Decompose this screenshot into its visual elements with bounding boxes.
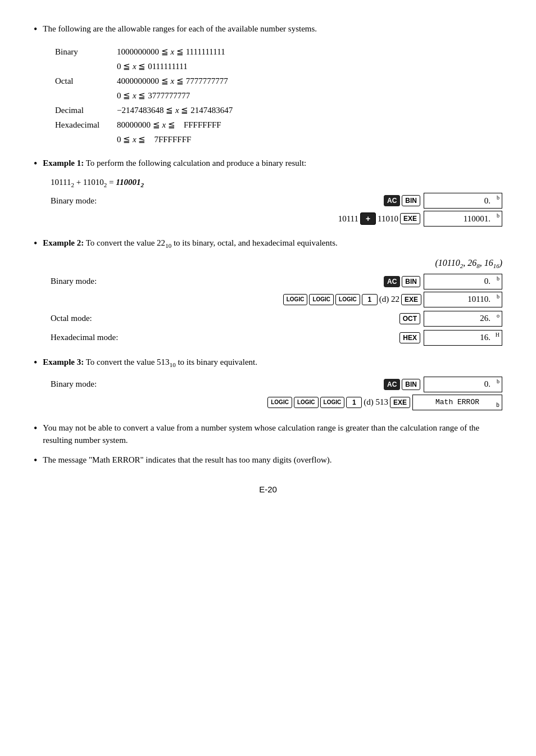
exe-key-3[interactable]: EXE bbox=[390, 397, 410, 408]
hex-key[interactable]: HEX bbox=[399, 332, 420, 343]
mode-indicator-1a: b bbox=[497, 194, 499, 201]
sub-2b: 2 bbox=[104, 182, 107, 188]
bullet-dot-1: • bbox=[34, 22, 37, 37]
bin-key-2[interactable]: BIN bbox=[402, 276, 420, 287]
example1-formula: 101112 + 110102 = 1100012 bbox=[51, 178, 502, 188]
example2-binary-row1: Binary mode: AC BIN 0. b bbox=[34, 274, 502, 289]
table-row: Hexadecimal 80000000 ≦ x ≦ FFFFFFFF bbox=[51, 117, 237, 132]
sub-8a: 8 bbox=[476, 262, 480, 269]
system-octal: Octal bbox=[51, 74, 112, 88]
bullet-dot-6: • bbox=[34, 454, 37, 468]
ac-key-2[interactable]: AC bbox=[384, 276, 400, 287]
octal-range: 4000000000 ≦ x ≦ 7777777777 bbox=[112, 74, 237, 88]
input-d513: (d) 513 bbox=[364, 397, 388, 407]
mode-indicator-2d: H bbox=[496, 332, 499, 338]
logic-key-3[interactable]: LOGIC bbox=[335, 294, 360, 305]
bin-key-3[interactable]: BIN bbox=[402, 379, 420, 390]
formula-result: 1100012 bbox=[116, 178, 144, 187]
display-value-2c: 26. bbox=[480, 314, 497, 323]
example2-hex-label: Hexadecimal mode: bbox=[51, 333, 118, 342]
table-row: 0 ≦ x ≦ 3777777777 bbox=[51, 88, 237, 103]
input-d22: (d) 22 bbox=[379, 295, 399, 304]
table-row: 0 ≦ x ≦ 7FFFFFFF bbox=[51, 132, 237, 147]
table-row: Binary 1000000000 ≦ x ≦ 1111111111 bbox=[51, 44, 237, 59]
bullet-dot-3: • bbox=[34, 237, 37, 251]
example1-row1: Binary mode: AC BIN 0. b bbox=[34, 193, 502, 209]
example1-header-text: To perform the following calculation and… bbox=[84, 159, 306, 168]
display-value-3a: 0. bbox=[484, 379, 497, 389]
example2-hex-display: 16. H bbox=[424, 330, 502, 346]
bin-key-1[interactable]: BIN bbox=[402, 195, 420, 206]
intro-section: • The following are the allowable ranges… bbox=[34, 22, 502, 147]
note2-item: • The message "Math ERROR" indicates tha… bbox=[34, 454, 502, 468]
example2-binary-display1: 0. b bbox=[424, 274, 502, 289]
exe-key-1[interactable]: EXE bbox=[400, 213, 420, 224]
example3-binary-label: Binary mode: bbox=[51, 379, 97, 389]
exe-key-2[interactable]: EXE bbox=[401, 294, 421, 305]
example3-binary-keys-display2: LOGIC LOGIC LOGIC 1 (d) 513 EXE Math ERR… bbox=[34, 395, 502, 410]
octal-range2: 0 ≦ x ≦ 3777777777 bbox=[112, 88, 237, 103]
binary-mode-label-1: Binary mode: bbox=[51, 196, 97, 206]
mode-indicator-2c: o bbox=[497, 313, 499, 319]
example2-hex-keys: HEX bbox=[399, 332, 420, 343]
system-binary: Binary bbox=[51, 44, 112, 59]
example2-octal-display: 26. o bbox=[424, 311, 502, 327]
example2-binary-row2: LOGIC LOGIC LOGIC 1 (d) 22 EXE 10110. b bbox=[34, 292, 502, 307]
note1-item: • You may not be able to convert a value… bbox=[34, 422, 502, 447]
logic-key-4[interactable]: LOGIC bbox=[267, 397, 292, 408]
example1-keys-row2: 10111 + 11010 EXE bbox=[338, 212, 420, 225]
range-table: Binary 1000000000 ≦ x ≦ 1111111111 0 ≦ x… bbox=[51, 44, 237, 147]
mode-indicator-2a: b bbox=[497, 275, 499, 282]
decimal-range: −2147483648 ≦ x ≦ 2147483647 bbox=[112, 103, 237, 117]
oct-key[interactable]: OCT bbox=[399, 313, 420, 324]
example2-octal-keys-display: OCT 26. o bbox=[92, 311, 502, 327]
example2-binary-display2: 10110. b bbox=[424, 292, 502, 307]
input-10111: 10111 bbox=[338, 214, 358, 224]
system-empty3 bbox=[51, 132, 112, 147]
example3-binary-keys-display1: AC BIN 0. b bbox=[97, 377, 502, 392]
example2-section: • Example 2: To convert the value 2210 t… bbox=[34, 237, 502, 345]
example2-octal-row: Octal mode: OCT 26. o bbox=[34, 311, 502, 327]
input-11010: 11010 bbox=[378, 214, 398, 224]
example2-binary-keys1: AC BIN bbox=[384, 276, 420, 287]
system-hex: Hexadecimal bbox=[51, 117, 112, 132]
ac-key-3[interactable]: AC bbox=[384, 379, 400, 390]
mode-indicator-2b: b bbox=[497, 293, 499, 300]
example1-section: • Example 1: To perform the following ca… bbox=[34, 157, 502, 227]
bullet-dot-5: • bbox=[34, 422, 37, 436]
example2-octal-keys: OCT bbox=[399, 313, 420, 324]
sub-16a: 16 bbox=[493, 262, 499, 269]
example3-header: Example 3: To convert the value 51310 to… bbox=[43, 356, 257, 370]
table-row: 0 ≦ x ≦ 0111111111 bbox=[51, 59, 237, 74]
example2-answer-line: (101102, 268, 1616) bbox=[34, 258, 502, 269]
binary-range: 1000000000 ≦ x ≦ 1111111111 bbox=[112, 44, 237, 59]
sub-10b: 10 bbox=[170, 361, 176, 368]
sub-2a: 2 bbox=[71, 182, 74, 188]
one-key-2[interactable]: 1 bbox=[346, 397, 362, 408]
display-value-1b: 110001. bbox=[464, 214, 497, 224]
one-key-1[interactable]: 1 bbox=[362, 294, 378, 305]
example1-keys-row1: AC BIN bbox=[384, 195, 420, 206]
example1-bold: Example 1: bbox=[43, 159, 84, 168]
logic-key-1[interactable]: LOGIC bbox=[283, 294, 308, 305]
mode-indicator-1b: b bbox=[497, 212, 499, 219]
page-number: E-20 bbox=[34, 485, 502, 494]
note2-text: The message "Math ERROR" indicates that … bbox=[43, 454, 331, 467]
example3-bold: Example 3: bbox=[43, 357, 84, 366]
mode-indicator-3a: b bbox=[497, 378, 499, 384]
bullet-dot-2: • bbox=[34, 157, 37, 171]
example2-binary-keys-display2: LOGIC LOGIC LOGIC 1 (d) 22 EXE 10110. b bbox=[34, 292, 502, 307]
example2-binary-keys-display1: AC BIN 0. b bbox=[97, 274, 502, 289]
example1-keys-display-row1: AC BIN 0. b bbox=[97, 193, 502, 209]
logic-key-6[interactable]: LOGIC bbox=[320, 397, 345, 408]
example3-binary-row1: Binary mode: AC BIN 0. b bbox=[34, 377, 502, 392]
plus-key-1[interactable]: + bbox=[360, 212, 376, 225]
display-value-2d: 16. bbox=[480, 333, 497, 342]
example2-hex-row: Hexadecimal mode: HEX 16. H bbox=[34, 330, 502, 346]
logic-key-2[interactable]: LOGIC bbox=[309, 294, 334, 305]
sub-10a: 10 bbox=[165, 242, 171, 249]
sub-2c: 2 bbox=[140, 182, 144, 188]
logic-key-5[interactable]: LOGIC bbox=[294, 397, 319, 408]
example2-italic-answer: (101102, 268, 1616) bbox=[435, 258, 502, 268]
ac-key-1[interactable]: AC bbox=[384, 195, 400, 206]
